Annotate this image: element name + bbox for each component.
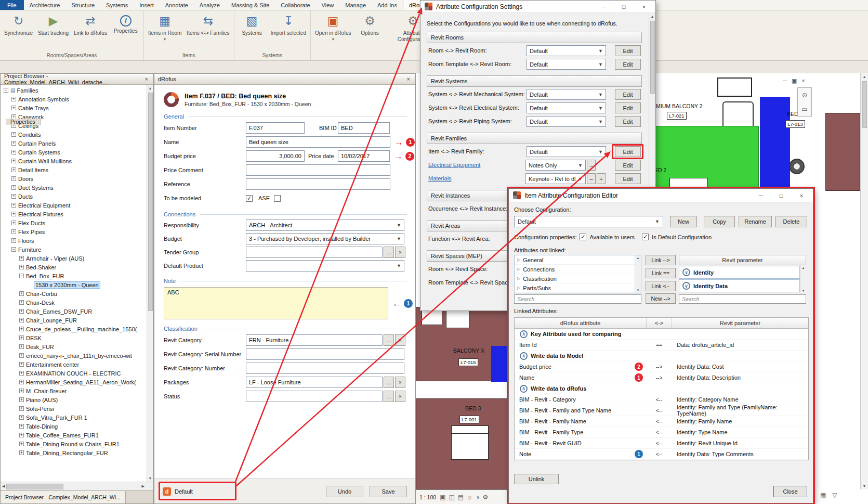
edit-button[interactable]: Edit	[615, 173, 641, 184]
ribbon-button-open-in-drofus[interactable]: ▣Open in dRofus▾	[312, 11, 354, 42]
status-bar-icons[interactable]: ▦▽	[820, 492, 837, 499]
active-configuration-label[interactable]: Default	[175, 488, 193, 495]
tree-item-cruce-de-poleas-pulling-machine-1550[interactable]: +Cruce_de_poleas__Pulling_machine_1550(	[1, 325, 153, 333]
tree-item-chair-desk[interactable]: +Chair-Desk	[1, 298, 153, 307]
edit-button[interactable]: Edit	[615, 116, 641, 127]
tree-item-chair-corbu[interactable]: +Chair-Corbu	[1, 289, 153, 298]
category-number-field[interactable]	[246, 363, 404, 374]
ribbon-tab-insert[interactable]: Insert	[134, 0, 160, 10]
clear-button[interactable]: ×	[395, 247, 405, 258]
linked-attribute-row[interactable]: Name1-->Identity Data: Description	[515, 372, 808, 383]
column-drofus-attribute[interactable]: dRofus attribute	[515, 318, 646, 328]
expand-icon[interactable]: +	[19, 450, 24, 455]
tree-item-flex-pipes[interactable]: +Flex Pipes	[1, 227, 153, 236]
ribbon-tab-massing-site[interactable]: Massing & Site	[226, 0, 275, 10]
pan-icon[interactable]: ▭	[801, 106, 807, 113]
link-button-0[interactable]: Link -->	[646, 255, 676, 265]
expand-icon[interactable]: +	[19, 318, 24, 322]
column-direction[interactable]: <->	[646, 318, 672, 328]
tree-item-hermanmiller-seating-ae11-aeron-work[interactable]: +HermanMiller_Seating_AE11_Aeron_Work(	[1, 378, 153, 386]
expand-icon[interactable]: +	[19, 327, 24, 331]
project-browser-header[interactable]: Project Browser - Complex_Model_ARCH_Wik…	[1, 74, 153, 85]
expand-icon[interactable]: +	[11, 212, 16, 216]
grid-icon[interactable]: ▦	[820, 492, 826, 499]
tree-item-curtain-systems[interactable]: +Curtain Systems	[1, 148, 153, 157]
tree-item-curtain-wall-mullions[interactable]: +Curtain Wall Mullions	[1, 157, 153, 165]
is-default-configuration-checkbox[interactable]: ✓	[642, 234, 649, 240]
navigation-bar[interactable]: ⊙ ▭	[797, 87, 812, 117]
save-button[interactable]: Save	[370, 486, 407, 497]
expand-icon[interactable]: +	[19, 406, 24, 411]
tree-item-armchair-viper-aus[interactable]: +Armchair - Viper (AUS)	[1, 254, 153, 263]
unlink-button[interactable]: Unlink	[514, 474, 559, 484]
expand-icon[interactable]: +	[11, 229, 16, 234]
scroll-up-icon[interactable]: ▲	[637, 256, 640, 260]
attribute-category-classification[interactable]: ▷Classification	[515, 274, 635, 283]
expand-icon[interactable]: +	[11, 238, 16, 243]
revit-parameter-group-identity-data[interactable]: ∨Identity Data	[679, 279, 800, 292]
view-window-controls[interactable]: ─ ▣ ×	[783, 77, 805, 84]
scroll-up-icon[interactable]: ▲	[149, 85, 152, 92]
linked-attribute-row[interactable]: BIM - Revit - Family Type<--Identity: Ty…	[515, 427, 808, 438]
ribbon-tab-structure[interactable]: Structure	[65, 0, 100, 10]
ribbon-button-link-to-drofus[interactable]: ⇄Link to dRofus	[71, 11, 110, 36]
ribbon-tab-systems[interactable]: Systems	[100, 0, 134, 10]
linked-attribute-row[interactable]: Note1<--Identity Data: Type Comments	[515, 449, 808, 460]
configuration-dropdown[interactable]: Default▼	[527, 116, 606, 127]
restore-view-icon[interactable]: ▣	[792, 77, 797, 84]
view-control-bar[interactable]: 1 : 100 ▣◫▤☼◑⚙	[416, 489, 508, 504]
budget-dropdown[interactable]: 3 - Purchased by Developer, installed by…	[246, 233, 404, 244]
chevron-up-circle-icon[interactable]: ∧	[520, 330, 528, 338]
ribbon-button-items-in-room[interactable]: ▦Items in Room▾	[146, 11, 184, 42]
tree-item-bed-shaker[interactable]: +Bed-Shaker	[1, 263, 153, 272]
available-to-users-checkbox[interactable]: ✓	[580, 234, 586, 240]
ase-checkbox[interactable]	[274, 195, 281, 202]
close-icon[interactable]: ×	[641, 4, 647, 10]
list-scrollbar[interactable]: ▲▼	[800, 265, 806, 293]
list-scrollbar[interactable]: ▲▼	[635, 255, 641, 293]
expand-icon[interactable]: +	[11, 221, 16, 225]
remove-button[interactable]: –	[587, 160, 596, 171]
scroll-up-icon[interactable]: ▲	[651, 13, 654, 20]
tree-horizontal-scrollbar[interactable]: ◀ ▶	[1, 482, 153, 490]
browse-button[interactable]: …	[384, 334, 394, 346]
maximize-icon[interactable]: □	[778, 192, 784, 199]
expand-icon[interactable]: +	[19, 344, 24, 349]
config-link-materials[interactable]: Materials	[428, 175, 452, 182]
price-date-field[interactable]: 10/02/2017	[338, 150, 390, 162]
tree-item-annotation-symbols[interactable]: +Annotation Symbols	[1, 95, 153, 104]
ribbon-button-start-tracking[interactable]: ▶Start tracking	[35, 11, 71, 36]
scroll-down-icon[interactable]: ▼	[802, 289, 805, 292]
linked-attribute-row[interactable]: BIM - Revit - Revit GUID<--Identity: Rev…	[515, 438, 808, 449]
close-icon[interactable]: ×	[143, 76, 150, 82]
scroll-up-icon[interactable]: ▲	[802, 266, 805, 269]
item-number-field[interactable]: F.037	[246, 122, 305, 134]
expand-icon[interactable]: +	[11, 176, 16, 181]
zoom-icon[interactable]: ⊙	[802, 92, 807, 99]
tree-item-detail-items[interactable]: +Detail Items	[1, 165, 153, 174]
dialog-title-bar[interactable]: Attribute Configuration Settings ─ □ ×	[420, 1, 655, 13]
scroll-left-icon[interactable]: ◀	[2, 484, 5, 488]
shadow-icon[interactable]: ◑	[476, 494, 479, 501]
tree-item-table-dining-round-w-chairs-fur1[interactable]: +Table_Dining Round w Chairs_FUR1	[1, 440, 153, 448]
ribbon-button-systems[interactable]: ▧Systems	[236, 11, 268, 36]
tree-item-examination-couch-electric[interactable]: +EXAMINATION COUCH - ELECTRIC	[1, 369, 153, 378]
link-button-1[interactable]: Link ==	[646, 268, 676, 278]
expand-icon[interactable]: +	[19, 397, 24, 402]
expand-icon[interactable]: +	[11, 106, 16, 110]
expand-icon[interactable]: +	[11, 194, 16, 199]
ribbon-button-properties[interactable]: iProperties	[110, 11, 142, 34]
edit-button[interactable]: Edit	[615, 45, 641, 56]
tree-item-m-chair-breuer[interactable]: +M_Chair-Breuer	[1, 386, 153, 395]
tree-item-sofa-pensi[interactable]: +Sofa-Pensi	[1, 404, 153, 413]
tree-item-table-dining[interactable]: +Table-Dining	[1, 422, 153, 431]
tree-item-1530-x-2030mm-queen[interactable]: 1530 x 2030mm - Queen	[1, 280, 153, 289]
new-configuration-button[interactable]: New	[670, 216, 697, 227]
remove-button[interactable]: –	[587, 173, 596, 184]
undo-button[interactable]: Undo	[326, 486, 363, 497]
default-product-dropdown[interactable]: ▼	[246, 260, 404, 272]
ribbon-tab-architecture[interactable]: Architecture	[24, 0, 66, 10]
plan-vertical-scrollbar[interactable]: ▲ ▼	[860, 73, 868, 489]
tree-item-furniture[interactable]: −Furniture	[1, 245, 153, 254]
expand-icon[interactable]: +	[19, 256, 24, 261]
